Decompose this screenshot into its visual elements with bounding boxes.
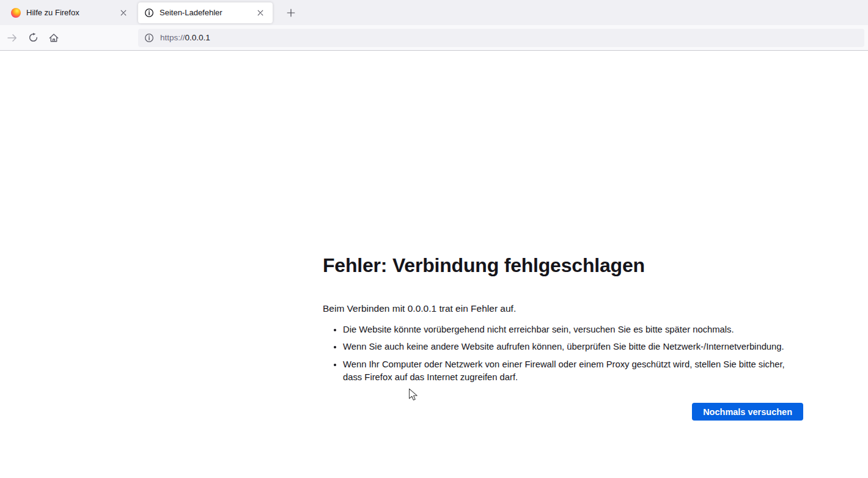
list-item: Die Website könnte vorübergehend nicht e… — [343, 323, 803, 336]
url-scheme: https:// — [160, 33, 185, 42]
forward-arrow-icon — [7, 32, 18, 43]
error-description: Beim Verbinden mit 0.0.0.1 trat ein Fehl… — [323, 303, 803, 314]
home-icon — [48, 32, 59, 43]
site-info-icon[interactable] — [144, 33, 154, 43]
tab-label: Hilfe zu Firefox — [26, 8, 116, 17]
tab-bar: Hilfe zu Firefox Seiten-Ladefehler — [0, 0, 868, 25]
list-item: Wenn Sie auch keine andere Website aufru… — [343, 340, 803, 353]
reload-button[interactable] — [23, 28, 43, 48]
address-bar[interactable]: https://0.0.0.1 — [138, 29, 864, 47]
error-suggestion-list: Die Website könnte vorübergehend nicht e… — [323, 323, 803, 384]
error-title: Fehler: Verbindung fehlgeschlagen — [323, 253, 803, 279]
tab-label: Seiten-Ladefehler — [160, 8, 253, 17]
button-row: Nochmals versuchen — [323, 403, 803, 421]
tab-seiten-ladefehler[interactable]: Seiten-Ladefehler — [138, 2, 273, 23]
close-tab-icon[interactable] — [116, 6, 131, 20]
home-button[interactable] — [44, 28, 64, 48]
forward-button[interactable] — [2, 28, 22, 48]
retry-button[interactable]: Nochmals versuchen — [692, 403, 803, 421]
close-tab-icon[interactable] — [253, 6, 268, 20]
url-host: 0.0.0.1 — [185, 33, 210, 42]
info-icon — [144, 8, 154, 18]
firefox-logo-icon — [11, 8, 21, 18]
error-page: Fehler: Verbindung fehlgeschlagen Beim V… — [323, 253, 803, 421]
url-text: https://0.0.0.1 — [160, 33, 210, 42]
tab-hilfe-zu-firefox[interactable]: Hilfe zu Firefox — [5, 2, 136, 23]
navigation-toolbar: https://0.0.0.1 — [0, 25, 868, 51]
list-item: Wenn Ihr Computer oder Netzwerk von eine… — [343, 358, 803, 384]
plus-icon — [286, 8, 296, 18]
reload-icon — [28, 32, 39, 43]
new-tab-button[interactable] — [284, 6, 298, 20]
